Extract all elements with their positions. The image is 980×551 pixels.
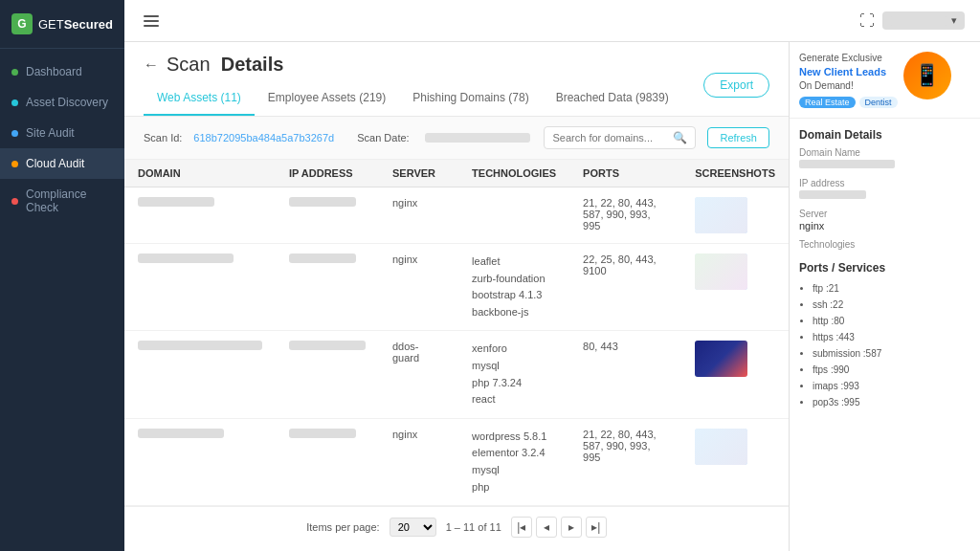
domains-table: DOMAIN IP ADDRESS SERVER TECHNOLOGIES PO… [124, 160, 789, 506]
data-table-wrap: DOMAIN IP ADDRESS SERVER TECHNOLOGIES PO… [124, 160, 789, 506]
scan-date-value [425, 133, 530, 143]
industry-chips: Real Estate Dentist [799, 97, 898, 108]
user-menu[interactable]: ▾ [882, 11, 965, 30]
content-area: ← Scan Details Web Assets (11) Employee … [124, 42, 980, 551]
cell-technologies: wordpress 5.8.1 elementor 3.2.4 mysql ph… [458, 418, 569, 505]
cell-ip [276, 244, 379, 331]
sidebar-item-asset-discovery[interactable]: Asset Discovery [0, 87, 124, 118]
cell-technologies [458, 187, 569, 244]
ports-section: Ports / Services ftp :21ssh :22http :80h… [799, 261, 970, 410]
scan-bar: Scan Id: 618b72095ba484a5a7b3267d Scan D… [124, 117, 789, 160]
refresh-button[interactable]: Refresh [707, 127, 769, 148]
hamburger-menu[interactable] [140, 11, 163, 31]
cell-domain[interactable] [124, 418, 276, 505]
domain-name-value [799, 159, 970, 170]
cell-technologies: leaflet zurb-foundation bootstrap 4.1.3 … [458, 244, 569, 331]
cell-server: nginx [379, 244, 458, 331]
cell-ports: 21, 22, 80, 443, 587, 990, 993, 995 [569, 418, 681, 505]
cell-screenshot[interactable] [681, 331, 789, 418]
cell-domain[interactable] [124, 187, 276, 244]
port-item: submission :587 [813, 345, 970, 362]
server-value: nginx [799, 220, 970, 231]
export-button[interactable]: Export [703, 73, 769, 98]
col-ports: PORTS [569, 160, 681, 187]
cell-screenshot[interactable] [681, 418, 789, 505]
expand-button[interactable]: ⛶ [859, 12, 875, 30]
cell-technologies: xenforo mysql php 7.3.24 react [458, 331, 569, 418]
logo-icon: G [11, 13, 33, 34]
last-page-button[interactable]: ▸| [586, 517, 607, 538]
main-area: ⛶ ▾ ← Scan Details [124, 0, 980, 551]
port-item: ftps :990 [813, 362, 970, 378]
search-input[interactable] [552, 132, 667, 143]
sidebar-item-dashboard[interactable]: Dashboard [0, 56, 124, 87]
port-item: ssh :22 [813, 297, 970, 313]
scan-header: ← Scan Details Web Assets (11) Employee … [124, 42, 789, 117]
sidebar-item-cloud-audit[interactable]: Cloud Audit [0, 148, 124, 179]
title-normal: Scan [167, 54, 211, 75]
cell-ports: 80, 443 [569, 331, 681, 418]
cell-screenshot[interactable] [681, 244, 789, 331]
cloud-audit-dot [11, 161, 18, 167]
tab-breached-data[interactable]: Breached Data (9839) [543, 85, 682, 116]
domain-details-title: Domain Details [799, 128, 970, 142]
technologies-label: Technologies [799, 239, 970, 250]
chip-dentist[interactable]: Dentist [859, 97, 898, 108]
sidebar-nav: Dashboard Asset Discovery Site Audit Clo… [0, 49, 124, 551]
sidebar-item-label: Asset Discovery [26, 96, 108, 109]
port-item: https :443 [813, 329, 970, 345]
dashboard-dot [11, 69, 18, 76]
ports-list: ftp :21ssh :22http :80https :443submissi… [799, 280, 970, 410]
scan-date-label: Scan Date: [357, 132, 409, 143]
pagination-bar: Items per page: 20 50 100 1 – 11 of 11 |… [124, 506, 789, 547]
domain-details: Domain Details Domain Name IP address Se… [790, 119, 980, 431]
tab-web-assets[interactable]: Web Assets (11) [144, 85, 255, 116]
ad-banner: Generate Exclusive New Client Leads On D… [790, 42, 980, 119]
search-box[interactable]: 🔍 [544, 126, 696, 149]
right-panel: Generate Exclusive New Client Leads On D… [789, 42, 980, 551]
prev-page-button[interactable]: ◂ [536, 517, 557, 538]
ad-image: 📱 [903, 52, 951, 99]
port-item: http :80 [813, 313, 970, 329]
sidebar-item-label: Cloud Audit [26, 157, 84, 170]
domain-details-section: Domain Details Domain Name IP address Se… [799, 128, 970, 250]
topbar: ⛶ ▾ [124, 0, 980, 42]
port-item: ftp :21 [813, 280, 970, 297]
logo-text: GETSecured [38, 17, 113, 32]
asset-discovery-dot [11, 99, 18, 106]
cell-domain[interactable] [124, 331, 276, 418]
next-page-button[interactable]: ▸ [561, 517, 582, 538]
sidebar-item-compliance-check[interactable]: Compliance Check [0, 179, 124, 223]
sidebar-item-label: Dashboard [26, 65, 82, 78]
compliance-check-dot [11, 198, 18, 205]
table-row: nginx21, 22, 80, 443, 587, 990, 993, 995 [124, 187, 789, 244]
cell-domain[interactable] [124, 244, 276, 331]
col-domain: DOMAIN [124, 160, 276, 187]
chip-real-estate[interactable]: Real Estate [799, 97, 856, 108]
ip-address-value [799, 189, 970, 201]
cell-ports: 22, 25, 80, 443, 9100 [569, 244, 681, 331]
topbar-left [140, 11, 163, 31]
scan-id-label: Scan Id: [144, 132, 182, 143]
domain-name-label: Domain Name [799, 147, 970, 158]
ad-text: Generate Exclusive New Client Leads On D… [799, 52, 898, 93]
tab-phishing-domains[interactable]: Phishing Domains (78) [399, 85, 542, 116]
page-navigation: |◂ ◂ ▸ ▸| [511, 517, 607, 538]
site-audit-dot [11, 130, 18, 137]
logo: G GETSecured [0, 0, 124, 49]
sidebar-item-site-audit[interactable]: Site Audit [0, 118, 124, 148]
tab-employee-assets[interactable]: Employee Assets (219) [255, 85, 399, 116]
items-per-page-select[interactable]: 20 50 100 [390, 518, 436, 537]
user-menu-label [890, 16, 947, 26]
first-page-button[interactable]: |◂ [511, 517, 532, 538]
col-server: SERVER [379, 160, 458, 187]
server-label: Server [799, 209, 970, 219]
scan-details-panel: ← Scan Details Web Assets (11) Employee … [124, 42, 789, 551]
cell-screenshot[interactable] [681, 187, 789, 244]
items-per-page-label: Items per page: [306, 521, 379, 533]
port-item: imaps :993 [813, 378, 970, 394]
sidebar-item-label: Compliance Check [26, 187, 113, 214]
ad-cta[interactable]: New Client Leads [799, 66, 886, 77]
ports-title: Ports / Services [799, 261, 970, 275]
back-button[interactable]: ← [144, 56, 159, 74]
